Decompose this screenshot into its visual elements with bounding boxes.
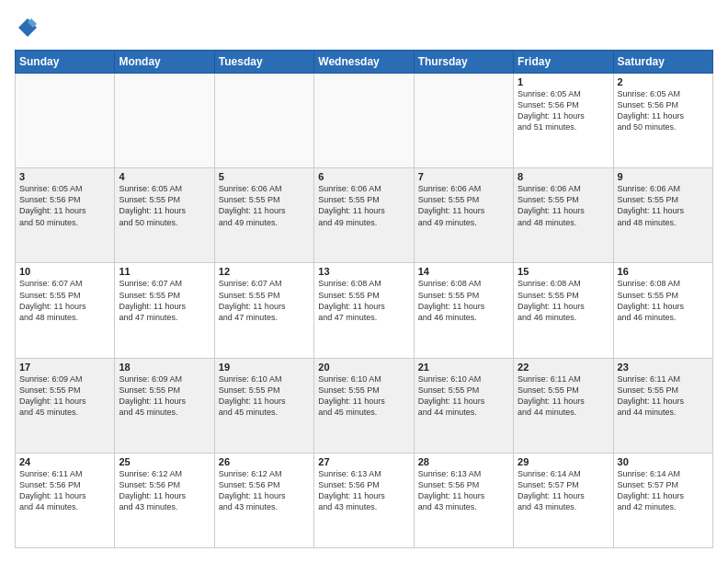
day-number: 1 — [518, 76, 609, 87]
day-info: Sunrise: 6:10 AM Sunset: 5:55 PM Dayligh… — [219, 373, 310, 419]
day-info: Sunrise: 6:06 AM Sunset: 5:55 PM Dayligh… — [418, 183, 509, 228]
calendar-cell: 27Sunrise: 6:13 AM Sunset: 5:56 PM Dayli… — [314, 453, 414, 547]
calendar-cell: 4Sunrise: 6:05 AM Sunset: 5:55 PM Daylig… — [115, 168, 214, 263]
calendar-cell: 11Sunrise: 6:07 AM Sunset: 5:55 PM Dayli… — [115, 263, 214, 358]
day-info: Sunrise: 6:08 AM Sunset: 5:55 PM Dayligh… — [618, 278, 709, 323]
calendar-cell: 26Sunrise: 6:12 AM Sunset: 5:56 PM Dayli… — [214, 453, 313, 547]
calendar-week-1: 1Sunrise: 6:05 AM Sunset: 5:56 PM Daylig… — [16, 74, 713, 168]
calendar-cell: 16Sunrise: 6:08 AM Sunset: 5:55 PM Dayli… — [613, 263, 712, 358]
calendar-cell: 24Sunrise: 6:11 AM Sunset: 5:56 PM Dayli… — [16, 453, 115, 547]
calendar-cell: 7Sunrise: 6:06 AM Sunset: 5:55 PM Daylig… — [414, 168, 513, 263]
calendar-cell: 10Sunrise: 6:07 AM Sunset: 5:55 PM Dayli… — [16, 263, 115, 358]
calendar-cell: 22Sunrise: 6:11 AM Sunset: 5:55 PM Dayli… — [514, 358, 613, 453]
calendar-cell: 30Sunrise: 6:14 AM Sunset: 5:57 PM Dayli… — [613, 453, 712, 547]
weekday-header-sunday: Sunday — [16, 51, 115, 74]
day-info: Sunrise: 6:06 AM Sunset: 5:55 PM Dayligh… — [318, 183, 409, 228]
calendar-cell: 9Sunrise: 6:06 AM Sunset: 5:55 PM Daylig… — [613, 168, 712, 263]
day-info: Sunrise: 6:07 AM Sunset: 5:55 PM Dayligh… — [19, 278, 110, 323]
day-info: Sunrise: 6:11 AM Sunset: 5:55 PM Dayligh… — [618, 373, 709, 419]
day-info: Sunrise: 6:06 AM Sunset: 5:55 PM Dayligh… — [618, 183, 709, 228]
calendar-cell: 29Sunrise: 6:14 AM Sunset: 5:57 PM Dayli… — [514, 453, 613, 547]
day-number: 14 — [418, 266, 509, 277]
day-number: 15 — [518, 266, 609, 277]
calendar-cell: 6Sunrise: 6:06 AM Sunset: 5:55 PM Daylig… — [314, 168, 414, 263]
day-number: 6 — [318, 171, 409, 182]
calendar-week-4: 17Sunrise: 6:09 AM Sunset: 5:55 PM Dayli… — [16, 358, 713, 453]
day-number: 19 — [219, 362, 310, 373]
day-number: 3 — [19, 171, 110, 182]
weekday-header-tuesday: Tuesday — [214, 51, 313, 74]
calendar-cell: 21Sunrise: 6:10 AM Sunset: 5:55 PM Dayli… — [414, 358, 513, 453]
day-info: Sunrise: 6:08 AM Sunset: 5:55 PM Dayligh… — [318, 278, 409, 323]
day-number: 21 — [418, 362, 509, 373]
day-number: 26 — [219, 456, 310, 467]
logo — [15, 15, 44, 40]
day-info: Sunrise: 6:09 AM Sunset: 5:55 PM Dayligh… — [119, 373, 210, 419]
calendar-header: SundayMondayTuesdayWednesdayThursdayFrid… — [16, 51, 713, 74]
day-number: 7 — [418, 171, 509, 182]
day-number: 2 — [618, 76, 709, 87]
day-number: 13 — [318, 266, 409, 277]
calendar-cell — [314, 74, 414, 168]
calendar-cell: 18Sunrise: 6:09 AM Sunset: 5:55 PM Dayli… — [115, 358, 214, 453]
calendar-body: 1Sunrise: 6:05 AM Sunset: 5:56 PM Daylig… — [16, 74, 713, 548]
day-info: Sunrise: 6:07 AM Sunset: 5:55 PM Dayligh… — [119, 278, 210, 323]
day-info: Sunrise: 6:05 AM Sunset: 5:55 PM Dayligh… — [119, 183, 210, 228]
calendar-cell — [214, 74, 313, 168]
weekday-header-wednesday: Wednesday — [314, 51, 414, 74]
day-info: Sunrise: 6:05 AM Sunset: 5:56 PM Dayligh… — [518, 88, 609, 133]
weekday-header-saturday: Saturday — [613, 51, 712, 74]
day-number: 22 — [518, 362, 609, 373]
calendar-cell: 15Sunrise: 6:08 AM Sunset: 5:55 PM Dayli… — [514, 263, 613, 358]
day-info: Sunrise: 6:11 AM Sunset: 5:56 PM Dayligh… — [19, 468, 110, 513]
calendar-cell — [414, 74, 513, 168]
logo-icon — [15, 15, 40, 40]
calendar-cell: 25Sunrise: 6:12 AM Sunset: 5:56 PM Dayli… — [115, 453, 214, 547]
calendar-cell: 19Sunrise: 6:10 AM Sunset: 5:55 PM Dayli… — [214, 358, 313, 453]
day-number: 23 — [618, 362, 709, 373]
day-info: Sunrise: 6:10 AM Sunset: 5:55 PM Dayligh… — [318, 373, 409, 419]
calendar-cell: 8Sunrise: 6:06 AM Sunset: 5:55 PM Daylig… — [514, 168, 613, 263]
day-info: Sunrise: 6:11 AM Sunset: 5:55 PM Dayligh… — [518, 373, 609, 419]
day-info: Sunrise: 6:12 AM Sunset: 5:56 PM Dayligh… — [219, 468, 310, 513]
day-number: 11 — [119, 266, 210, 277]
day-info: Sunrise: 6:05 AM Sunset: 5:56 PM Dayligh… — [19, 183, 110, 228]
day-number: 28 — [418, 456, 509, 467]
weekday-header-monday: Monday — [115, 51, 214, 74]
day-info: Sunrise: 6:09 AM Sunset: 5:55 PM Dayligh… — [19, 373, 110, 419]
day-number: 30 — [618, 456, 709, 467]
page: SundayMondayTuesdayWednesdayThursdayFrid… — [0, 0, 728, 563]
calendar-table: SundayMondayTuesdayWednesdayThursdayFrid… — [15, 50, 713, 548]
day-info: Sunrise: 6:06 AM Sunset: 5:55 PM Dayligh… — [219, 183, 310, 228]
day-info: Sunrise: 6:13 AM Sunset: 5:56 PM Dayligh… — [418, 468, 509, 513]
calendar-cell: 12Sunrise: 6:07 AM Sunset: 5:55 PM Dayli… — [214, 263, 313, 358]
day-number: 25 — [119, 456, 210, 467]
calendar-cell: 14Sunrise: 6:08 AM Sunset: 5:55 PM Dayli… — [414, 263, 513, 358]
day-info: Sunrise: 6:12 AM Sunset: 5:56 PM Dayligh… — [119, 468, 210, 513]
day-info: Sunrise: 6:14 AM Sunset: 5:57 PM Dayligh… — [618, 468, 709, 513]
day-number: 9 — [618, 171, 709, 182]
weekday-row: SundayMondayTuesdayWednesdayThursdayFrid… — [16, 51, 713, 74]
calendar-cell: 2Sunrise: 6:05 AM Sunset: 5:56 PM Daylig… — [613, 74, 712, 168]
calendar-cell: 23Sunrise: 6:11 AM Sunset: 5:55 PM Dayli… — [613, 358, 712, 453]
day-info: Sunrise: 6:05 AM Sunset: 5:56 PM Dayligh… — [618, 88, 709, 133]
calendar-cell: 3Sunrise: 6:05 AM Sunset: 5:56 PM Daylig… — [16, 168, 115, 263]
calendar-cell: 13Sunrise: 6:08 AM Sunset: 5:55 PM Dayli… — [314, 263, 414, 358]
calendar-week-5: 24Sunrise: 6:11 AM Sunset: 5:56 PM Dayli… — [16, 453, 713, 547]
day-info: Sunrise: 6:06 AM Sunset: 5:55 PM Dayligh… — [518, 183, 609, 228]
day-number: 17 — [19, 362, 110, 373]
day-number: 18 — [119, 362, 210, 373]
day-number: 16 — [618, 266, 709, 277]
day-info: Sunrise: 6:10 AM Sunset: 5:55 PM Dayligh… — [418, 373, 509, 419]
calendar-week-2: 3Sunrise: 6:05 AM Sunset: 5:56 PM Daylig… — [16, 168, 713, 263]
day-number: 29 — [518, 456, 609, 467]
day-info: Sunrise: 6:07 AM Sunset: 5:55 PM Dayligh… — [219, 278, 310, 323]
day-number: 8 — [518, 171, 609, 182]
calendar-week-3: 10Sunrise: 6:07 AM Sunset: 5:55 PM Dayli… — [16, 263, 713, 358]
day-info: Sunrise: 6:08 AM Sunset: 5:55 PM Dayligh… — [518, 278, 609, 323]
day-number: 10 — [19, 266, 110, 277]
day-number: 24 — [19, 456, 110, 467]
day-number: 27 — [318, 456, 409, 467]
day-number: 5 — [219, 171, 310, 182]
day-info: Sunrise: 6:08 AM Sunset: 5:55 PM Dayligh… — [418, 278, 509, 323]
